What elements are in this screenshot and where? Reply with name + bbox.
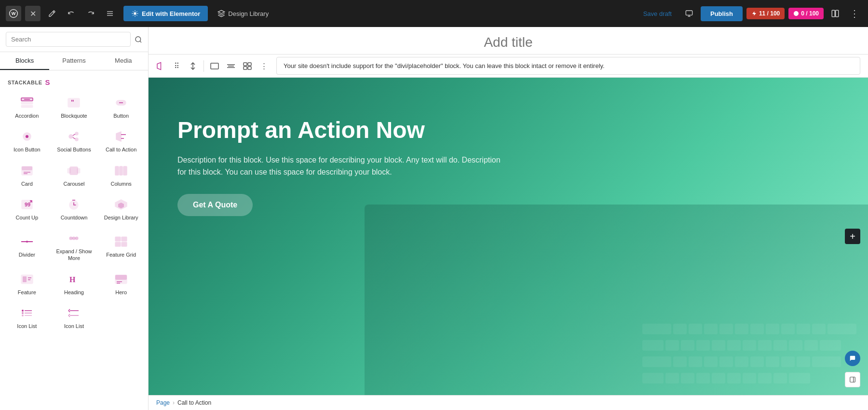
block-item-social-buttons[interactable]: Social Buttons (51, 124, 97, 157)
design-library-icon (113, 198, 129, 211)
svg-rect-6 (686, 11, 692, 15)
tabs-row: Blocks Patterns Media (0, 52, 148, 70)
heading-icon: H (66, 273, 81, 286)
svg-point-47 (26, 241, 28, 243)
block-item-heading[interactable]: H Heading (51, 267, 97, 300)
design-library-button[interactable]: Design Library (212, 6, 274, 21)
search-input[interactable] (6, 32, 131, 47)
block-item-button[interactable]: Button (98, 90, 144, 123)
svg-rect-56 (23, 276, 27, 282)
blockquote-icon: " (66, 96, 81, 109)
blockquote-label: Blockquote (61, 112, 87, 119)
side-panel-toggle[interactable] (845, 372, 860, 387)
metric-badge-pink[interactable]: 0 / 100 (788, 8, 824, 19)
block-item-carousel[interactable]: Carousel (51, 158, 97, 191)
align-full-button[interactable] (207, 58, 222, 74)
search-icon-button[interactable] (135, 36, 142, 43)
chat-bubble (845, 351, 860, 366)
brush-icon[interactable] (44, 6, 60, 21)
undo-icon[interactable] (64, 6, 79, 21)
svg-rect-18 (21, 105, 33, 108)
svg-line-29 (73, 137, 75, 139)
block-item-icon-list2[interactable]: Icon List (51, 301, 97, 333)
countdown-label: Countdown (61, 214, 88, 221)
svg-point-12 (136, 37, 141, 42)
countdown-icon (66, 198, 81, 211)
view-button[interactable] (681, 6, 697, 21)
block-item-blockquote[interactable]: " Blockquote (51, 90, 97, 123)
block-item-expand[interactable]: Expand / Show More (51, 226, 97, 266)
hero-label: Hero (115, 289, 127, 296)
svg-rect-36 (70, 167, 78, 175)
tab-media[interactable]: Media (99, 52, 148, 70)
block-item-divider[interactable]: Divider (4, 226, 50, 266)
expand-label: Expand / Show More (53, 248, 95, 262)
svg-rect-76 (244, 63, 247, 66)
close-button[interactable]: ✕ (25, 6, 41, 21)
tab-patterns[interactable]: Patterns (49, 52, 98, 70)
block-item-countdown[interactable]: Countdown (51, 192, 97, 225)
carousel-icon (66, 164, 81, 178)
feature-icon (19, 273, 35, 286)
svg-point-50 (75, 237, 78, 240)
block-item-cta[interactable]: Call to Action (98, 124, 144, 157)
save-draft-button[interactable]: Save draft (637, 6, 678, 21)
svg-point-25 (69, 135, 73, 138)
grid-view-button[interactable] (240, 58, 255, 74)
edit-elementor-button[interactable]: Edit with Elementor (123, 6, 208, 21)
block-item-accordion[interactable]: Accordion (4, 90, 50, 123)
page-title-input[interactable] (149, 35, 868, 50)
svg-rect-37 (68, 168, 70, 173)
svg-rect-39 (115, 166, 119, 175)
block-item-design-library[interactable]: Design Library (98, 192, 144, 225)
block-item-feature[interactable]: Feature (4, 267, 50, 300)
svg-rect-61 (115, 275, 127, 280)
feature-label: Feature (18, 289, 36, 296)
svg-rect-11 (836, 10, 839, 17)
expand-icon (66, 232, 81, 245)
add-block-button[interactable]: + (845, 229, 860, 244)
icon-button-label: Icon Button (14, 146, 41, 153)
cta-label: Call to Action (106, 146, 136, 153)
drag-handle-button[interactable]: ⠿ (169, 58, 184, 74)
stackable-logo-icon: S (45, 78, 50, 86)
layout-toggle-button[interactable] (827, 6, 843, 21)
breadcrumb-page[interactable]: Page (156, 399, 170, 406)
svg-line-28 (73, 134, 75, 136)
feature-grid-label: Feature Grid (106, 251, 136, 258)
breadcrumb-separator: › (173, 399, 175, 406)
block-item-icon-list[interactable]: Icon List (4, 301, 50, 333)
block-item-columns[interactable]: Columns (98, 158, 144, 191)
more-block-options-button[interactable]: ⋮ (256, 58, 271, 74)
icon-list2-icon (66, 306, 81, 320)
block-mover-button[interactable] (185, 58, 201, 74)
svg-rect-72 (211, 63, 218, 69)
block-type-icon-button[interactable] (152, 58, 168, 74)
menu-icon[interactable] (102, 6, 118, 21)
svg-text:": " (71, 98, 74, 106)
design-library2-label: Design Library (104, 214, 138, 221)
svg-text:H: H (69, 275, 76, 284)
hero-description: Description for this block. Use this spa… (177, 154, 505, 178)
block-item-icon-button[interactable]: Icon Button (4, 124, 50, 157)
search-bar (0, 27, 148, 52)
block-item-feature-grid[interactable]: Feature Grid (98, 226, 144, 266)
block-item-card[interactable]: Card (4, 158, 50, 191)
svg-text:W: W (12, 11, 16, 16)
block-item-hero[interactable]: Hero (98, 267, 144, 300)
svg-rect-77 (248, 63, 251, 66)
redo-icon[interactable] (83, 6, 98, 21)
page-title-area (149, 27, 868, 55)
svg-point-66 (22, 312, 24, 314)
block-item-count-up[interactable]: 99 Count Up (4, 192, 50, 225)
align-center-button[interactable] (223, 58, 239, 74)
more-options-button[interactable]: ⋮ (847, 6, 862, 21)
tab-blocks[interactable]: Blocks (0, 52, 49, 70)
svg-text:99: 99 (25, 202, 30, 207)
publish-button[interactable]: Publish (701, 6, 743, 21)
hero-cta-button[interactable]: Get A Quote (177, 194, 253, 216)
svg-point-5 (134, 12, 136, 14)
metric-badge-red[interactable]: 11 / 100 (746, 8, 785, 19)
content-area: ⠿ ⋮ Your site doesn't include support fo… (149, 27, 868, 410)
svg-rect-79 (248, 67, 251, 69)
